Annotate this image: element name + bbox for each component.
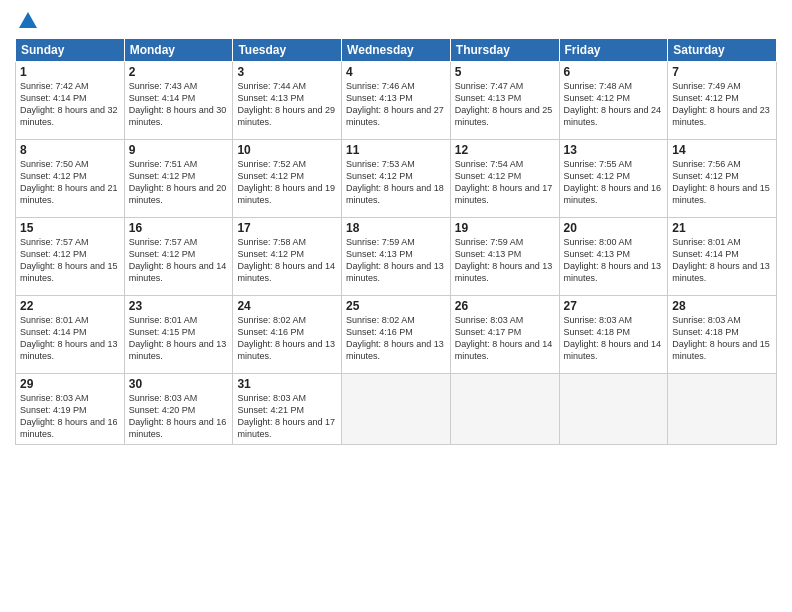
cell-info: Sunrise: 7:57 AMSunset: 4:12 PMDaylight:… bbox=[129, 236, 229, 285]
day-number: 5 bbox=[455, 65, 555, 79]
cell-info: Sunrise: 8:03 AMSunset: 4:18 PMDaylight:… bbox=[564, 314, 664, 363]
cell-info: Sunrise: 7:51 AMSunset: 4:12 PMDaylight:… bbox=[129, 158, 229, 207]
calendar-week-3: 15Sunrise: 7:57 AMSunset: 4:12 PMDayligh… bbox=[16, 218, 777, 296]
day-number: 20 bbox=[564, 221, 664, 235]
cell-info: Sunrise: 7:42 AMSunset: 4:14 PMDaylight:… bbox=[20, 80, 120, 129]
calendar-cell: 24Sunrise: 8:02 AMSunset: 4:16 PMDayligh… bbox=[233, 296, 342, 374]
cell-info: Sunrise: 8:02 AMSunset: 4:16 PMDaylight:… bbox=[237, 314, 337, 363]
calendar-cell: 14Sunrise: 7:56 AMSunset: 4:12 PMDayligh… bbox=[668, 140, 777, 218]
cell-info: Sunrise: 7:55 AMSunset: 4:12 PMDaylight:… bbox=[564, 158, 664, 207]
day-number: 18 bbox=[346, 221, 446, 235]
cell-info: Sunrise: 7:59 AMSunset: 4:13 PMDaylight:… bbox=[346, 236, 446, 285]
calendar-cell bbox=[450, 374, 559, 445]
calendar-cell: 12Sunrise: 7:54 AMSunset: 4:12 PMDayligh… bbox=[450, 140, 559, 218]
calendar-cell bbox=[668, 374, 777, 445]
col-header-saturday: Saturday bbox=[668, 39, 777, 62]
day-number: 31 bbox=[237, 377, 337, 391]
col-header-friday: Friday bbox=[559, 39, 668, 62]
calendar-cell: 6Sunrise: 7:48 AMSunset: 4:12 PMDaylight… bbox=[559, 62, 668, 140]
day-number: 6 bbox=[564, 65, 664, 79]
day-number: 17 bbox=[237, 221, 337, 235]
cell-info: Sunrise: 7:58 AMSunset: 4:12 PMDaylight:… bbox=[237, 236, 337, 285]
day-number: 3 bbox=[237, 65, 337, 79]
calendar-week-1: 1Sunrise: 7:42 AMSunset: 4:14 PMDaylight… bbox=[16, 62, 777, 140]
day-number: 12 bbox=[455, 143, 555, 157]
col-header-sunday: Sunday bbox=[16, 39, 125, 62]
calendar-cell: 4Sunrise: 7:46 AMSunset: 4:13 PMDaylight… bbox=[342, 62, 451, 140]
calendar-cell: 23Sunrise: 8:01 AMSunset: 4:15 PMDayligh… bbox=[124, 296, 233, 374]
day-number: 7 bbox=[672, 65, 772, 79]
day-number: 30 bbox=[129, 377, 229, 391]
calendar-cell: 3Sunrise: 7:44 AMSunset: 4:13 PMDaylight… bbox=[233, 62, 342, 140]
calendar-body: 1Sunrise: 7:42 AMSunset: 4:14 PMDaylight… bbox=[16, 62, 777, 445]
day-number: 21 bbox=[672, 221, 772, 235]
calendar-cell: 18Sunrise: 7:59 AMSunset: 4:13 PMDayligh… bbox=[342, 218, 451, 296]
calendar-cell bbox=[559, 374, 668, 445]
calendar-cell: 31Sunrise: 8:03 AMSunset: 4:21 PMDayligh… bbox=[233, 374, 342, 445]
calendar-cell: 7Sunrise: 7:49 AMSunset: 4:12 PMDaylight… bbox=[668, 62, 777, 140]
cell-info: Sunrise: 8:03 AMSunset: 4:20 PMDaylight:… bbox=[129, 392, 229, 441]
cell-info: Sunrise: 7:53 AMSunset: 4:12 PMDaylight:… bbox=[346, 158, 446, 207]
cell-info: Sunrise: 7:57 AMSunset: 4:12 PMDaylight:… bbox=[20, 236, 120, 285]
day-number: 29 bbox=[20, 377, 120, 391]
calendar-table: SundayMondayTuesdayWednesdayThursdayFrid… bbox=[15, 38, 777, 445]
calendar-cell: 9Sunrise: 7:51 AMSunset: 4:12 PMDaylight… bbox=[124, 140, 233, 218]
day-number: 16 bbox=[129, 221, 229, 235]
day-number: 25 bbox=[346, 299, 446, 313]
cell-info: Sunrise: 8:03 AMSunset: 4:19 PMDaylight:… bbox=[20, 392, 120, 441]
calendar-week-2: 8Sunrise: 7:50 AMSunset: 4:12 PMDaylight… bbox=[16, 140, 777, 218]
calendar-week-4: 22Sunrise: 8:01 AMSunset: 4:14 PMDayligh… bbox=[16, 296, 777, 374]
col-header-thursday: Thursday bbox=[450, 39, 559, 62]
cell-info: Sunrise: 8:00 AMSunset: 4:13 PMDaylight:… bbox=[564, 236, 664, 285]
calendar-cell: 19Sunrise: 7:59 AMSunset: 4:13 PMDayligh… bbox=[450, 218, 559, 296]
cell-info: Sunrise: 7:56 AMSunset: 4:12 PMDaylight:… bbox=[672, 158, 772, 207]
day-number: 4 bbox=[346, 65, 446, 79]
day-number: 24 bbox=[237, 299, 337, 313]
day-number: 22 bbox=[20, 299, 120, 313]
calendar-cell: 27Sunrise: 8:03 AMSunset: 4:18 PMDayligh… bbox=[559, 296, 668, 374]
cell-info: Sunrise: 8:03 AMSunset: 4:18 PMDaylight:… bbox=[672, 314, 772, 363]
cell-info: Sunrise: 8:01 AMSunset: 4:15 PMDaylight:… bbox=[129, 314, 229, 363]
cell-info: Sunrise: 8:01 AMSunset: 4:14 PMDaylight:… bbox=[672, 236, 772, 285]
day-number: 27 bbox=[564, 299, 664, 313]
calendar-cell: 29Sunrise: 8:03 AMSunset: 4:19 PMDayligh… bbox=[16, 374, 125, 445]
cell-info: Sunrise: 7:48 AMSunset: 4:12 PMDaylight:… bbox=[564, 80, 664, 129]
calendar-cell: 22Sunrise: 8:01 AMSunset: 4:14 PMDayligh… bbox=[16, 296, 125, 374]
calendar-cell: 11Sunrise: 7:53 AMSunset: 4:12 PMDayligh… bbox=[342, 140, 451, 218]
day-number: 1 bbox=[20, 65, 120, 79]
calendar-cell: 17Sunrise: 7:58 AMSunset: 4:12 PMDayligh… bbox=[233, 218, 342, 296]
day-number: 11 bbox=[346, 143, 446, 157]
day-number: 23 bbox=[129, 299, 229, 313]
calendar-cell: 28Sunrise: 8:03 AMSunset: 4:18 PMDayligh… bbox=[668, 296, 777, 374]
cell-info: Sunrise: 8:01 AMSunset: 4:14 PMDaylight:… bbox=[20, 314, 120, 363]
cell-info: Sunrise: 7:44 AMSunset: 4:13 PMDaylight:… bbox=[237, 80, 337, 129]
calendar-cell: 20Sunrise: 8:00 AMSunset: 4:13 PMDayligh… bbox=[559, 218, 668, 296]
calendar-header-row: SundayMondayTuesdayWednesdayThursdayFrid… bbox=[16, 39, 777, 62]
cell-info: Sunrise: 7:43 AMSunset: 4:14 PMDaylight:… bbox=[129, 80, 229, 129]
cell-info: Sunrise: 8:03 AMSunset: 4:21 PMDaylight:… bbox=[237, 392, 337, 441]
cell-info: Sunrise: 7:52 AMSunset: 4:12 PMDaylight:… bbox=[237, 158, 337, 207]
svg-marker-0 bbox=[19, 12, 37, 28]
calendar-cell: 25Sunrise: 8:02 AMSunset: 4:16 PMDayligh… bbox=[342, 296, 451, 374]
col-header-monday: Monday bbox=[124, 39, 233, 62]
day-number: 19 bbox=[455, 221, 555, 235]
calendar-cell: 16Sunrise: 7:57 AMSunset: 4:12 PMDayligh… bbox=[124, 218, 233, 296]
col-header-wednesday: Wednesday bbox=[342, 39, 451, 62]
calendar-cell: 2Sunrise: 7:43 AMSunset: 4:14 PMDaylight… bbox=[124, 62, 233, 140]
day-number: 2 bbox=[129, 65, 229, 79]
day-number: 15 bbox=[20, 221, 120, 235]
day-number: 10 bbox=[237, 143, 337, 157]
calendar-cell: 21Sunrise: 8:01 AMSunset: 4:14 PMDayligh… bbox=[668, 218, 777, 296]
calendar-cell: 10Sunrise: 7:52 AMSunset: 4:12 PMDayligh… bbox=[233, 140, 342, 218]
calendar-week-5: 29Sunrise: 8:03 AMSunset: 4:19 PMDayligh… bbox=[16, 374, 777, 445]
day-number: 26 bbox=[455, 299, 555, 313]
calendar-cell: 30Sunrise: 8:03 AMSunset: 4:20 PMDayligh… bbox=[124, 374, 233, 445]
header bbox=[15, 10, 777, 32]
cell-info: Sunrise: 7:54 AMSunset: 4:12 PMDaylight:… bbox=[455, 158, 555, 207]
logo-icon bbox=[17, 10, 39, 32]
cell-info: Sunrise: 7:46 AMSunset: 4:13 PMDaylight:… bbox=[346, 80, 446, 129]
col-header-tuesday: Tuesday bbox=[233, 39, 342, 62]
cell-info: Sunrise: 7:59 AMSunset: 4:13 PMDaylight:… bbox=[455, 236, 555, 285]
day-number: 8 bbox=[20, 143, 120, 157]
calendar-cell: 26Sunrise: 8:03 AMSunset: 4:17 PMDayligh… bbox=[450, 296, 559, 374]
